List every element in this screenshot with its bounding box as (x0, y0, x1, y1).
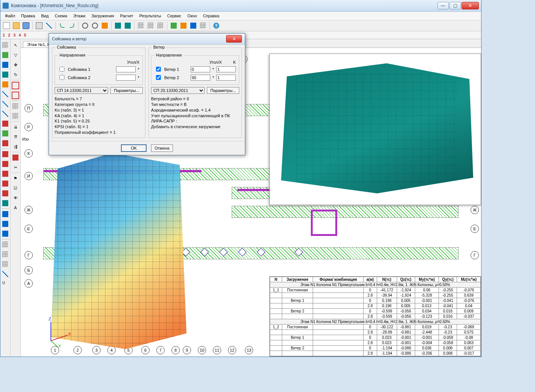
red-x-button[interactable] (11, 153, 20, 162)
pencil-button[interactable] (100, 21, 109, 30)
minimize-button[interactable]: — (437, 2, 449, 9)
tb1-t4[interactable] (1, 270, 10, 279)
tb1-grid[interactable] (1, 41, 10, 50)
seismic-params-button[interactable]: Параметры... (110, 87, 143, 94)
menu-help[interactable]: Справка (200, 13, 222, 19)
load-up-button[interactable]: ⇈ (11, 132, 20, 141)
print-button[interactable] (35, 21, 44, 30)
seismic-norm-select[interactable]: СП 14.13330.2011 (55, 87, 108, 94)
check-button[interactable]: ☑ (11, 184, 20, 193)
tb1-s2[interactable] (1, 219, 10, 228)
wind1-k-input[interactable] (216, 66, 236, 72)
tb1-r6[interactable] (1, 199, 10, 208)
rotate-button[interactable]: ↻ (11, 70, 20, 79)
new-button[interactable] (2, 21, 11, 30)
flag-button[interactable]: ⚑ (11, 174, 20, 183)
grid-button[interactable] (136, 21, 145, 30)
open-button[interactable] (12, 21, 21, 30)
tool-a-button[interactable] (169, 21, 178, 30)
tb1-slab[interactable] (1, 80, 10, 89)
menu-edit[interactable]: Правка (18, 13, 38, 19)
cut-button[interactable] (44, 21, 54, 30)
redo-button[interactable] (67, 21, 76, 30)
menu-window[interactable]: Окно (184, 13, 200, 19)
tool-c-button[interactable] (189, 21, 198, 30)
seismic1-angle-input[interactable] (116, 66, 136, 72)
menu-file[interactable]: Файл (2, 13, 18, 19)
preview-3d-window[interactable] (269, 54, 481, 205)
dialog-titlebar[interactable]: Сейсмика и ветер ✕ (49, 34, 245, 44)
help-button[interactable]: ? (212, 21, 221, 30)
ruler-4[interactable]: 4 (18, 33, 21, 37)
menu-results[interactable]: Результаты (136, 13, 164, 19)
wind2-checkbox[interactable] (156, 75, 161, 80)
tb1-r4[interactable] (1, 179, 10, 188)
menu-floors[interactable]: Этажи (70, 13, 88, 19)
undo-button[interactable] (58, 21, 67, 30)
save-button[interactable] (21, 21, 31, 30)
rect2-button[interactable] (11, 91, 20, 100)
tool-d-button[interactable] (199, 21, 208, 30)
wind1-checkbox[interactable] (156, 67, 161, 72)
load-down-button[interactable]: ⇊ (11, 122, 20, 132)
tb1-r2[interactable] (1, 159, 10, 168)
wind-norm-select[interactable]: СП 20.13330.2011 (151, 87, 205, 94)
ruler-2[interactable]: 2 (8, 33, 10, 37)
seismic2-checkbox[interactable] (60, 75, 64, 80)
tb1-line1[interactable] (1, 90, 10, 99)
tb1-wall[interactable] (1, 70, 10, 79)
tb1-t1[interactable] (1, 240, 10, 249)
eye-button[interactable]: 👁 (11, 193, 20, 202)
close-button[interactable]: ✕ (462, 2, 479, 9)
ruler-1[interactable]: 1 (3, 33, 5, 37)
grid-l-button[interactable] (11, 102, 20, 111)
tb1-s3[interactable] (1, 229, 10, 238)
rect-sel-button[interactable] (11, 81, 20, 90)
cut2-button[interactable]: ✂ (11, 163, 20, 172)
text-button[interactable]: A (11, 203, 20, 212)
zoom-button[interactable] (81, 21, 90, 30)
tb1-col[interactable] (1, 51, 10, 60)
dialog-close-button[interactable]: ✕ (226, 35, 242, 43)
wind-params-button[interactable]: Параметры... (207, 87, 239, 94)
ok-button[interactable]: OK (121, 144, 147, 152)
tb1-pile[interactable] (1, 129, 10, 138)
grid-r-button[interactable] (11, 112, 20, 121)
menu-calc[interactable]: Расчет (117, 13, 136, 19)
tb1-s1[interactable] (1, 210, 10, 219)
grid2-button[interactable] (146, 21, 155, 30)
wind2-angle-input[interactable] (191, 75, 210, 81)
menu-service[interactable]: Сервис (164, 13, 185, 19)
tb1-r1[interactable] (1, 150, 10, 159)
maximize-button[interactable]: ▢ (449, 2, 461, 9)
tb1-found[interactable] (1, 119, 10, 128)
tb1-load[interactable] (1, 139, 10, 148)
results-table[interactable]: NЗагружение Форма/ комбинацияa(м) N(тс)Q… (269, 276, 481, 357)
tb1-line3[interactable] (1, 109, 10, 118)
grid3-button[interactable] (156, 21, 165, 30)
menu-loads[interactable]: Загружения (89, 13, 117, 19)
menu-view[interactable]: Вид (38, 13, 52, 19)
cancel-button[interactable]: Отмена (151, 144, 173, 152)
ruler-5[interactable]: 5 (24, 33, 26, 37)
tb1-r3[interactable] (1, 169, 10, 178)
wind2-k-input[interactable] (216, 75, 236, 81)
tb1-r5[interactable] (1, 189, 10, 198)
seismic2-angle-input[interactable] (116, 75, 136, 81)
tool-b-button[interactable] (179, 21, 188, 30)
tb1-t2[interactable] (1, 250, 10, 259)
layers1-button[interactable] (113, 21, 122, 30)
seismic1-checkbox[interactable] (60, 67, 64, 72)
wind1-angle-input[interactable] (191, 66, 210, 72)
load-side-button[interactable]: ⇶ (11, 142, 20, 151)
tb1-line2[interactable] (1, 100, 10, 109)
move-button[interactable]: ✥ (11, 60, 20, 69)
ruler-3[interactable]: 3 (13, 33, 15, 37)
tb1-t5[interactable]: U (1, 279, 10, 288)
filter-button[interactable]: ▽ (11, 51, 20, 60)
tb1-t3[interactable] (1, 260, 10, 269)
zoom-fit-button[interactable] (90, 21, 99, 30)
cursor-button[interactable]: ↖ (11, 41, 20, 50)
layers2-button[interactable] (123, 21, 132, 30)
tb1-beam[interactable] (1, 60, 10, 69)
